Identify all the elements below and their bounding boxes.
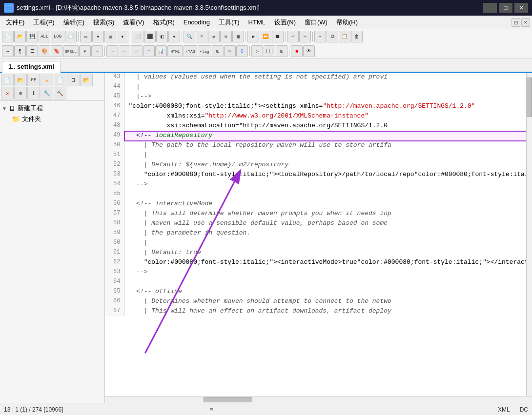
menu-html[interactable]: HTML xyxy=(245,18,269,27)
clip3-button[interactable]: ◧ xyxy=(156,31,168,42)
clip1-button[interactable]: ⬜ xyxy=(132,31,143,42)
menu-encoding[interactable]: Encoding xyxy=(180,18,214,27)
filter-button[interactable]: ▦ xyxy=(232,31,244,42)
menu-edit[interactable]: 编辑(E) xyxy=(60,17,88,28)
delete-button[interactable]: 🗑 xyxy=(351,31,363,42)
line-content[interactable]: --> xyxy=(124,268,526,277)
tree-root-project[interactable]: ▼ 🖥 新建工程 xyxy=(2,103,102,114)
save-all-button[interactable]: ALL xyxy=(39,31,50,42)
menu-project[interactable]: 工程(P) xyxy=(29,17,58,28)
paste-button[interactable]: 📋 xyxy=(339,31,350,42)
line-content[interactable]: | values (values used when the setting i… xyxy=(124,73,526,82)
menu-search[interactable]: 搜索(S) xyxy=(89,17,118,28)
decrease-indent-button[interactable]: ⇦ xyxy=(119,45,130,57)
bookmark-button[interactable]: 🔖 xyxy=(51,45,62,57)
stop2-button[interactable]: ■ xyxy=(291,45,303,57)
chart-button[interactable]: 📊 xyxy=(155,45,167,57)
sb-open-button[interactable]: 📂 xyxy=(14,74,27,86)
line-content[interactable]: | Determines whether maven should attemp… xyxy=(124,297,526,307)
search-button[interactable]: 🔍 xyxy=(184,31,195,42)
sb-star-button[interactable]: ★ xyxy=(41,74,53,86)
line-content[interactable]: --> xyxy=(124,180,526,190)
history-button[interactable]: 🕐 xyxy=(65,31,77,42)
menu-tools[interactable]: 工具(T) xyxy=(215,17,244,28)
menu-file[interactable]: 文件F) xyxy=(2,17,28,28)
maximize-button[interactable]: □ xyxy=(499,3,512,13)
sb-new-button[interactable]: 📄 xyxy=(1,74,14,86)
bar-chart-button[interactable]: ||| xyxy=(264,45,275,57)
clip2-button[interactable]: ⬛ xyxy=(144,31,156,42)
multi-select-arrow-button[interactable]: ▼ xyxy=(117,31,128,42)
line-content[interactable]: | the parameter in question. xyxy=(124,229,526,238)
line-content[interactable]: "color:#000080;font-style:italic;"><loca… xyxy=(124,170,526,180)
cut-button[interactable]: ✂ xyxy=(314,31,326,42)
line-content[interactable]: xmlns:xsi="http://www.w3.org/2001/XMLSch… xyxy=(124,112,526,121)
marker-button[interactable]: ⇒ xyxy=(91,45,103,57)
open-file-button[interactable]: 📂 xyxy=(14,31,26,42)
line-content[interactable]: |--> xyxy=(124,92,526,102)
eye-button[interactable]: 👁 xyxy=(303,45,315,57)
run-button[interactable]: ▶ xyxy=(247,31,259,42)
tag1-button[interactable]: <TAG xyxy=(184,45,197,57)
close-panel-button[interactable]: ✕ xyxy=(521,18,530,27)
tag3-button[interactable]: ⊞ xyxy=(212,45,224,57)
line-content[interactable]: | xyxy=(124,82,526,92)
line-content[interactable]: "color:#000080;font-style:italic;"><inte… xyxy=(124,258,526,268)
project-label[interactable]: 新建工程 xyxy=(18,104,43,113)
line-content[interactable]: | This will have an effect on artifact d… xyxy=(124,307,526,316)
grid-button[interactable]: ⊞ xyxy=(276,45,287,57)
paragraph-button[interactable]: ¶ xyxy=(14,45,26,57)
list2-button[interactable]: ≡ xyxy=(143,45,155,57)
line-content[interactable]: "color:#000080;font-style:italic;"><sett… xyxy=(124,102,526,112)
indent-button[interactable]: ⇥ xyxy=(2,45,14,57)
menu-format[interactable]: 格式(R) xyxy=(149,17,179,28)
line-content[interactable]: <!-- interactiveMode xyxy=(124,199,526,209)
menu-settings[interactable]: 设置(N) xyxy=(270,17,300,28)
menu-window[interactable]: 窗口(W) xyxy=(301,17,331,28)
tree-item-folder[interactable]: 📁 文件夹 xyxy=(12,114,102,124)
line-content[interactable]: | Default: true xyxy=(124,248,526,258)
save-file-button[interactable]: 💾 xyxy=(26,31,38,42)
log-button[interactable]: LOG xyxy=(51,31,64,42)
redo-button[interactable]: ↪ xyxy=(299,31,311,42)
search2-button[interactable]: ⌕ xyxy=(196,31,207,42)
vertical-scrollbar[interactable] xyxy=(526,73,532,396)
find-all-button[interactable]: ⊞ xyxy=(220,31,232,42)
rectangle-select-button[interactable]: ▭ xyxy=(80,31,92,42)
line-content[interactable]: | Default: ${user.home}/.m2/repository xyxy=(124,160,526,170)
html-label-button[interactable]: HTML xyxy=(167,45,183,57)
spell-arrow-button[interactable]: ▼ xyxy=(79,45,91,57)
spell-check-button[interactable]: SPELL xyxy=(63,45,79,57)
sb-info-button[interactable]: ℹ xyxy=(27,87,40,99)
line-content[interactable]: | The path to the local repository maven… xyxy=(124,141,526,151)
sb-close-button[interactable]: ✕ xyxy=(1,87,14,99)
line-content[interactable]: <!-- localRepository xyxy=(124,131,526,141)
list-button[interactable]: ☰ xyxy=(26,45,38,57)
line-content[interactable]: | maven will use a sensible default valu… xyxy=(124,219,526,229)
play2-button[interactable]: ▷ xyxy=(251,45,263,57)
select-arrow-button[interactable]: ▼ xyxy=(92,31,104,42)
line-content[interactable]: | xyxy=(124,151,526,160)
scissors2-button[interactable]: ✄ xyxy=(224,45,236,57)
multi-select-button[interactable]: ▤ xyxy=(104,31,116,42)
increase-indent-button[interactable]: ⇨ xyxy=(106,45,118,57)
line-content[interactable]: <!-- offline xyxy=(124,287,526,297)
replace-button[interactable]: ⇄ xyxy=(208,31,220,42)
sb-settings-button[interactable]: ⚙ xyxy=(14,87,27,99)
close-button[interactable]: ✕ xyxy=(514,3,528,13)
minimize-button[interactable]: ─ xyxy=(483,3,497,13)
stop-button[interactable]: ⏹ xyxy=(272,31,284,42)
tree-expand-icon[interactable]: ▼ xyxy=(2,106,7,111)
run2-button[interactable]: ⏩ xyxy=(260,31,271,42)
sb-wrench2-button[interactable]: 🔨 xyxy=(54,87,66,99)
google-button[interactable]: G xyxy=(236,45,248,57)
restore-small-button[interactable]: ◱ xyxy=(512,18,520,27)
sb-file-button[interactable]: 📄 xyxy=(54,74,66,86)
color-picker-button[interactable]: 🎨 xyxy=(39,45,50,57)
clip-arrow-button[interactable]: ▼ xyxy=(168,31,180,42)
line-content[interactable]: xsi:schemaLocation="http://maven.apache.… xyxy=(124,121,526,131)
undo-button[interactable]: ↩ xyxy=(287,31,299,42)
menu-help[interactable]: 帮助(H) xyxy=(332,17,362,28)
line-content[interactable]: | xyxy=(124,238,526,248)
horizontal-scrollbar[interactable] xyxy=(105,396,532,403)
